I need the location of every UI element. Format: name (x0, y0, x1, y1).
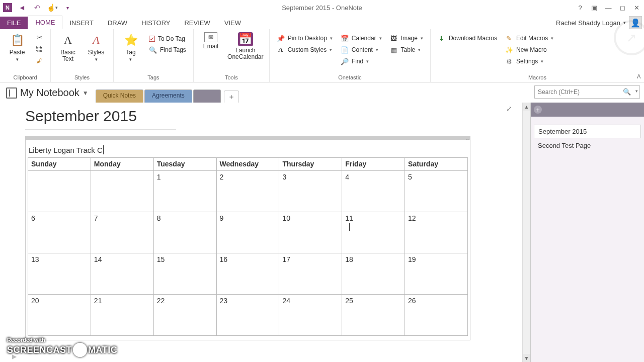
calendar-day-cell[interactable]: 17 (279, 253, 342, 295)
tab-insert[interactable]: INSERT (62, 17, 100, 29)
cut-button[interactable]: ✂ (33, 32, 45, 42)
find-button[interactable]: 🔎Find (339, 56, 384, 66)
maximize-icon[interactable]: ◻ (618, 3, 627, 12)
tab-home[interactable]: HOME (28, 16, 62, 29)
tab-view[interactable]: VIEW (217, 17, 248, 29)
content-button[interactable]: 📄Content (339, 45, 384, 55)
search-box[interactable]: 🔍 ▾ (534, 85, 640, 99)
new-macro-icon: ✨ (505, 46, 513, 54)
calendar-day-cell[interactable]: 9 (216, 212, 279, 253)
page-list-item[interactable]: September 2015 (534, 125, 641, 138)
section-tab-1[interactable]: Quick Notes (96, 89, 143, 103)
group-tools: ✉ Email 📅 Launch OneCalendar Tools (194, 29, 270, 82)
calendar-day-cell[interactable]: 3 (279, 171, 342, 212)
calendar-day-cell[interactable]: 16 (216, 253, 279, 295)
close-icon[interactable]: ✕ (632, 3, 641, 12)
format-painter-button[interactable]: 🖌 (33, 55, 45, 65)
calendar-day-cell[interactable]: 15 (153, 253, 216, 295)
find-tags-button[interactable]: 🔍Find Tags (147, 45, 188, 55)
calendar-table[interactable]: SundayMondayTuesdayWednesdayThursdayFrid… (28, 157, 468, 336)
add-section-button[interactable]: ＋ (224, 90, 239, 103)
calendar-day-cell[interactable]: 11 (342, 212, 405, 253)
calendar-day-cell[interactable] (28, 171, 91, 212)
tab-draw[interactable]: DRAW (101, 17, 134, 29)
styles-icon: A (88, 32, 104, 48)
collapse-ribbon-icon[interactable]: ᐱ (637, 73, 641, 80)
container-resize-handle[interactable]: ↔ (465, 137, 469, 142)
group-label-macros: Macros (435, 74, 640, 81)
calendar-day-cell[interactable]: 18 (342, 253, 405, 295)
calendar-day-cell[interactable]: 22 (153, 295, 216, 336)
page-list-panel: ＋ September 2015Second Test Page (530, 103, 644, 362)
content-icon: 📄 (341, 46, 349, 54)
calendar-day-cell[interactable]: 8 (153, 212, 216, 253)
calendar-day-cell[interactable]: 13 (28, 253, 91, 295)
text-caret (103, 145, 104, 154)
tab-review[interactable]: REVIEW (177, 17, 217, 29)
scroll-down-icon[interactable]: ▼ (523, 354, 530, 362)
copy-icon: ⿻ (35, 45, 43, 53)
scroll-up-icon[interactable]: ▲ (523, 103, 530, 111)
vertical-scrollbar[interactable]: ▲ ▼ (522, 103, 530, 362)
page-title[interactable]: September 2015 (25, 108, 517, 125)
calendar-day-cell[interactable]: 4 (342, 171, 405, 212)
notebook-selector[interactable]: My Notebook ▼ (4, 85, 93, 103)
custom-styles-button[interactable]: ACustom Styles (275, 45, 335, 55)
email-button[interactable]: ✉ Email (198, 31, 224, 51)
calendar-day-cell[interactable]: 19 (405, 253, 468, 295)
calendar-day-cell[interactable]: 1 (153, 171, 216, 212)
pin-desktop-button[interactable]: 📌Pin to Desktop (275, 33, 335, 43)
edit-macros-button[interactable]: ✎Edit Macros (503, 33, 555, 43)
qat-customize-icon[interactable]: ▾ (62, 3, 72, 13)
page-list-item[interactable]: Second Test Page (534, 139, 641, 152)
todo-tag-button[interactable]: ✔To Do Tag (147, 34, 188, 43)
calendar-day-cell[interactable]: 14 (91, 253, 153, 295)
calendar-day-cell[interactable]: 12 (405, 212, 468, 253)
expand-page-icon[interactable]: ⤢ (506, 105, 512, 113)
copy-button[interactable]: ⿻ (33, 44, 45, 54)
calendar-day-cell[interactable]: 5 (405, 171, 468, 212)
minimize-icon[interactable]: — (604, 3, 613, 12)
calendar-day-cell[interactable]: 26 (405, 295, 468, 336)
page-canvas[interactable]: ⤢ September 2015 ▶ · · · · ↔ Liberty Log… (0, 103, 522, 362)
calendar-caption-row[interactable]: Liberty Logan Track C (28, 144, 468, 157)
group-macros: ⬇Download Macros ✎Edit Macros ✨New Macro… (431, 29, 644, 82)
launch-onecalendar-button[interactable]: 📅 Launch OneCalendar (226, 31, 265, 61)
search-scope-dropdown-icon[interactable]: ▾ (635, 88, 638, 94)
tag-button[interactable]: ⭐ Tag▾ (118, 31, 144, 63)
calendar-day-cell[interactable]: 10 (279, 212, 342, 253)
calendar-day-cell[interactable]: 20 (28, 295, 91, 336)
image-button[interactable]: 🖼Image (388, 33, 425, 43)
calendar-day-cell[interactable]: 6 (28, 212, 91, 253)
note-container[interactable]: · · · · ↔ Liberty Logan Track C SundayMo… (25, 136, 470, 340)
calendar-button[interactable]: 📅Calendar (339, 33, 384, 43)
touch-mode-icon[interactable]: ☝ (47, 3, 57, 13)
container-move-grip[interactable]: · · · · (242, 136, 254, 141)
download-macros-button[interactable]: ⬇Download Macros (436, 33, 499, 43)
table-button[interactable]: ▦Table (388, 45, 425, 55)
paste-button[interactable]: 📋 Paste▾ (4, 31, 30, 63)
help-icon[interactable]: ? (576, 3, 585, 12)
calendar-day-cell[interactable]: 25 (342, 295, 405, 336)
calendar-day-cell[interactable]: 24 (279, 295, 342, 336)
undo-icon[interactable]: ↶ (32, 3, 42, 13)
calendar-day-cell[interactable]: 2 (216, 171, 279, 212)
settings-button[interactable]: ⚙Settings (503, 56, 555, 66)
section-tab-2[interactable]: Agreements (144, 89, 192, 103)
tab-file[interactable]: FILE (0, 17, 28, 29)
account-area[interactable]: Rachel Shaddy Logan ▾ 👤 (556, 16, 644, 29)
add-page-button[interactable]: ＋ (531, 103, 644, 117)
calendar-day-cell[interactable]: 21 (91, 295, 153, 336)
styles-button[interactable]: A Styles▾ (83, 31, 109, 63)
basic-text-button[interactable]: A Basic Text (55, 31, 81, 63)
section-tab-3[interactable] (193, 89, 221, 103)
calendar-day-cell[interactable]: 7 (91, 212, 153, 253)
new-macro-button[interactable]: ✨New Macro (503, 45, 555, 55)
tab-history[interactable]: HISTORY (134, 17, 177, 29)
back-icon[interactable]: ◄ (17, 3, 27, 13)
window-title: September 2015 - OneNote (282, 4, 362, 12)
calendar-caption: Liberty Logan Track C (29, 146, 103, 154)
calendar-day-cell[interactable] (91, 171, 153, 212)
calendar-day-cell[interactable]: 23 (216, 295, 279, 336)
fullscreen-toggle-icon[interactable]: ▣ (590, 3, 599, 12)
